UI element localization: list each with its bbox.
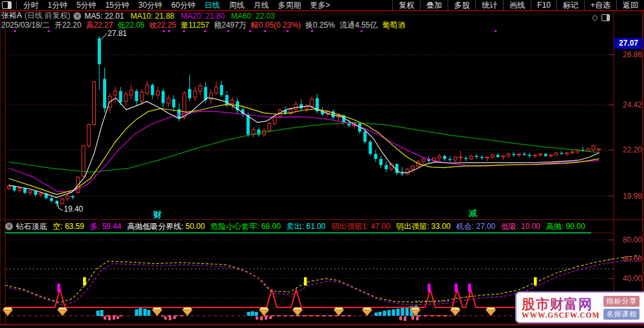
diamond-signal-icon <box>183 307 193 316</box>
button-返回[interactable]: 返回 <box>616 0 644 11</box>
button-叠加[interactable]: 叠加 <box>420 0 448 11</box>
diamond-signal-icon <box>153 307 162 316</box>
quote-item: 换0.25% <box>305 20 335 31</box>
watermark-title: 股市财富网 <box>522 296 600 311</box>
quote-item: 额2497万 <box>214 20 247 31</box>
candles <box>8 36 601 206</box>
price-label-26.86: 26.86 <box>615 50 642 59</box>
ma-readout-MA5: MA5: 22.01 <box>84 12 124 21</box>
tab-30分钟[interactable]: 30分钟 <box>134 0 167 11</box>
period-tabs: 分时1分钟5分钟15分钟30分钟60分钟日线周线月线多周期更多> <box>19 0 334 11</box>
peak-annotation: 27.81 <box>108 29 127 38</box>
indicator-label-80.00: 80.00 <box>615 235 642 244</box>
ma-line-MA10 <box>9 105 599 195</box>
button-+自选[interactable]: +自选 <box>584 0 616 11</box>
ma-readout-MA20: MA20: 21.80 <box>181 12 225 21</box>
site-watermark: 股市财富网 WWW.GSCFW.COM 指标分享 名师课程 <box>515 291 644 323</box>
watermark-badge-2: 名师课程 <box>603 309 639 320</box>
indicator-item: 卖出: 61.00 <box>287 221 326 232</box>
diamond-tool-icon[interactable]: ◇ <box>592 13 598 22</box>
indicator-item: 高抛: 90.00 <box>546 221 585 232</box>
price-label-19.98: 19.98 <box>615 192 642 201</box>
diamond-signal-icon <box>451 307 460 316</box>
tab-15分钟[interactable]: 15分钟 <box>100 0 133 11</box>
toolbar-buttons: 复权叠加多股统计画线F10标记+自选返回 <box>392 0 644 10</box>
quote-item: 开22.20 <box>54 20 81 31</box>
indicator-item: 低吸: 10.00 <box>501 221 540 232</box>
tab-周线[interactable]: 周线 <box>224 0 249 11</box>
price-label-22.20: 22.20 <box>615 145 642 154</box>
indicator-item: 机会: 27.00 <box>457 221 496 232</box>
ma-line-MA20 <box>9 111 599 192</box>
tab-分时[interactable]: 分时 <box>19 0 43 11</box>
indicator-item: 高抛低吸分界线: 50.00 <box>127 221 205 232</box>
quote-item: 葡萄酒 <box>382 20 405 31</box>
quote-item: 量11257 <box>181 20 209 31</box>
ma-readout-MA60: MA60: 22.03 <box>231 12 275 21</box>
tab-更多>[interactable]: 更多> <box>305 0 334 11</box>
button-统计[interactable]: 统计 <box>475 0 503 11</box>
tab-60分钟[interactable]: 60分钟 <box>167 0 200 11</box>
low-annotation: 19.40 <box>64 205 83 214</box>
tab-月线[interactable]: 月线 <box>249 0 273 11</box>
indicator-item: 弱出强留: 33.00 <box>396 221 451 232</box>
ma-readout-MA10: MA10: 21.88 <box>131 12 175 21</box>
indicator-label-60.00: 60.00 <box>615 255 642 264</box>
indicator-label-40.00: 40.00 <box>615 274 642 283</box>
diamond-signal-icon <box>293 307 303 316</box>
diamond-signal-icon <box>3 307 13 316</box>
tab-日线[interactable]: 日线 <box>200 0 224 11</box>
collapse-indicator-icon[interactable]: ∨ <box>5 223 13 230</box>
quote-item: 2025/03/18/二 <box>1 20 50 31</box>
top-menubar: 分时1分钟5分钟15分钟30分钟60分钟日线周线月线多周期更多> 复权叠加多股统… <box>0 0 644 10</box>
price-label-24.42: 24.42 <box>615 100 642 109</box>
cai-marker: 财 <box>153 209 162 221</box>
watermark-badge-1: 指标分享 <box>603 296 639 307</box>
indicator-header: ∨ 钻石顶底 空: 63.59多: 59.44高抛低吸分界线: 50.00危险小… <box>5 221 591 232</box>
watermark-url: WWW.GSCFW.COM <box>522 311 600 319</box>
indicator-item: 危险小心套牢: 68.00 <box>211 221 281 232</box>
ma-readouts: MA5: 22.01MA10: 21.88MA20: 21.80MA60: 22… <box>84 12 275 21</box>
chevron-down-icon[interactable]: ∨ <box>73 12 81 20</box>
window-panel-icon[interactable] <box>2 1 12 9</box>
split-panel-icon[interactable] <box>601 14 610 21</box>
diamond-signal-icon <box>58 307 68 316</box>
diamond-signal-icon <box>260 307 269 316</box>
indicator-item: 弱出强留1: 47.00 <box>332 221 390 232</box>
button-复权[interactable]: 复权 <box>392 0 420 11</box>
quote-item: 流通4.55亿 <box>339 20 377 31</box>
indicator-item: 多: 59.44 <box>90 221 122 232</box>
stock-app-window: { "menu": { "tabs": [ {"label":"分时","act… <box>0 0 644 328</box>
indicator-values: 空: 63.59多: 59.44高抛低吸分界线: 50.00危险小心套牢: 68… <box>53 221 591 232</box>
quote-item: 幅0.05(0.23%) <box>251 20 301 31</box>
tab-5分钟[interactable]: 5分钟 <box>72 0 101 11</box>
button-F10[interactable]: F10 <box>531 1 556 10</box>
menu-divider <box>16 1 17 9</box>
button-标记[interactable]: 标记 <box>556 0 584 11</box>
tab-多周期[interactable]: 多周期 <box>273 0 305 11</box>
indicator-title[interactable]: 钻石顶底 <box>16 221 47 232</box>
quote-item: 收22.25 <box>149 20 176 31</box>
jian-marker: 减 <box>469 208 477 219</box>
tab-1分钟[interactable]: 1分钟 <box>43 0 72 11</box>
button-画线[interactable]: 画线 <box>503 0 531 11</box>
ma-line-MA5 <box>9 98 599 197</box>
indicator-item: 空: 63.59 <box>53 221 84 232</box>
stock-info-row: 张裕A (日线 前复权) ∨ MA5: 22.01MA10: 21.88MA20… <box>1 11 275 21</box>
chart-corner-icons: ◇ <box>592 13 610 22</box>
button-多股[interactable]: 多股 <box>448 0 475 11</box>
diamond-signal-icon <box>486 307 496 316</box>
diamond-signal-icon <box>363 307 372 316</box>
quote-row: 2025/03/18/二开22.20高22.27低22.05收22.25量112… <box>1 21 410 30</box>
diamond-signal-icon <box>334 307 344 316</box>
price-highlight-box: 27.07 <box>614 38 643 49</box>
